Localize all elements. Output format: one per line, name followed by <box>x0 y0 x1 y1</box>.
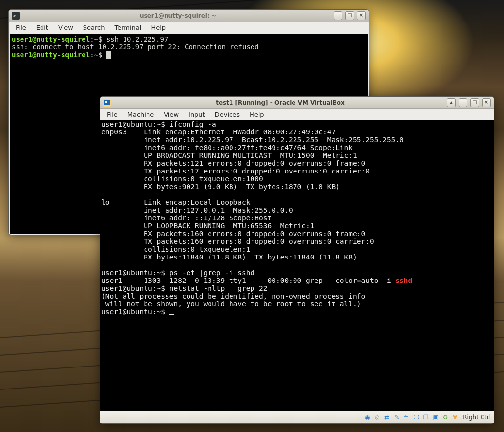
cmd-ps: ps -ef |grep -i sshd <box>169 269 255 277</box>
vbox-minimize-button[interactable]: _ <box>459 98 467 107</box>
vbox-stayontop-button[interactable]: ▴ <box>447 98 456 107</box>
prompt-path: ~ <box>94 35 98 43</box>
hard-disk-icon[interactable]: ◉ <box>363 413 371 421</box>
vbox-title: test1 [Running] - Oracle VM VirtualBox <box>114 99 447 106</box>
vm-cursor <box>169 314 174 315</box>
minimize-button[interactable]: _ <box>334 11 342 20</box>
menu-view[interactable]: View <box>53 23 78 32</box>
menu-search[interactable]: Search <box>78 23 110 32</box>
vbox-menubar: File Machine View Input Devices Help <box>100 109 494 120</box>
host-title: user1@nutty-squirel: ~ <box>22 12 334 19</box>
prompt-user: user1@nutty-squirel <box>12 35 90 43</box>
svg-text:>_: >_ <box>13 13 19 18</box>
usb-icon[interactable]: ✎ <box>393 413 400 421</box>
vbox-menu-machine[interactable]: Machine <box>123 110 159 119</box>
audio-icon[interactable]: ♻ <box>441 413 449 421</box>
menu-edit[interactable]: Edit <box>31 23 53 32</box>
close-button[interactable]: × <box>357 11 366 20</box>
vbox-titlebar[interactable]: test1 [Running] - Oracle VM VirtualBox ▴… <box>100 97 494 109</box>
terminal-icon: >_ <box>12 12 20 20</box>
vbox-menu-devices[interactable]: Devices <box>210 110 245 119</box>
host-titlebar[interactable]: >_ user1@nutty-squirel: ~ _ □ × <box>9 10 369 22</box>
mouse-integration-icon[interactable]: ⮟ <box>451 413 459 421</box>
ifconfig-output: enp0s3 Link encap:Ethernet HWaddr 08:00:… <box>101 128 404 261</box>
recording-icon[interactable]: ▣ <box>432 413 440 421</box>
vm-prompt: user1@ubuntu:~$ <box>101 120 169 128</box>
ps-output: user1 1303 1282 0 13:39 tty1 00:00:00 gr… <box>101 277 395 284</box>
vbox-menu-help[interactable]: Help <box>245 110 269 119</box>
cmd-ssh: ssh 10.2.225.97 <box>106 35 168 43</box>
virtualbox-icon <box>103 99 111 107</box>
virtualbox-window[interactable]: test1 [Running] - Oracle VM VirtualBox ▴… <box>100 96 494 424</box>
vbox-statusbar: ◉ ◎ ⇄ ✎ 🗀 🖵 ❐ ▣ ♻ ⮟ Right Ctrl <box>100 411 494 423</box>
vbox-close-button[interactable]: × <box>482 98 491 107</box>
svg-rect-4 <box>105 101 107 103</box>
menu-help[interactable]: Help <box>146 23 170 32</box>
vbox-menu-file[interactable]: File <box>102 110 123 119</box>
seamless-icon[interactable]: ❐ <box>422 413 430 421</box>
vbox-maximize-button[interactable]: □ <box>470 98 479 107</box>
ssh-error-output: ssh: connect to host 10.2.225.97 port 22… <box>12 43 259 51</box>
vm-console[interactable]: user1@ubuntu:~$ ifconfig -a enp0s3 Link … <box>100 120 494 411</box>
vbox-menu-input[interactable]: Input <box>184 110 210 119</box>
netstat-output: (Not all processes could be identified, … <box>101 292 365 308</box>
network-icon[interactable]: ⇄ <box>383 413 391 421</box>
host-menubar: File Edit View Search Terminal Help <box>9 22 369 33</box>
cmd-ifconfig: ifconfig -a <box>169 120 216 128</box>
vbox-menu-view[interactable]: View <box>159 110 184 119</box>
menu-terminal[interactable]: Terminal <box>109 23 146 32</box>
cmd-netstat: netstat -nltp | grep 22 <box>169 284 268 292</box>
display-icon[interactable]: 🖵 <box>412 413 420 421</box>
shared-folder-icon[interactable]: 🗀 <box>402 413 410 421</box>
maximize-button[interactable]: □ <box>345 11 354 20</box>
terminal-cursor <box>106 51 111 59</box>
optical-disk-icon[interactable]: ◎ <box>373 413 381 421</box>
ps-output-highlight: sshd <box>395 277 412 284</box>
menu-file[interactable]: File <box>11 23 31 32</box>
hostkey-label[interactable]: Right Ctrl <box>463 414 491 421</box>
